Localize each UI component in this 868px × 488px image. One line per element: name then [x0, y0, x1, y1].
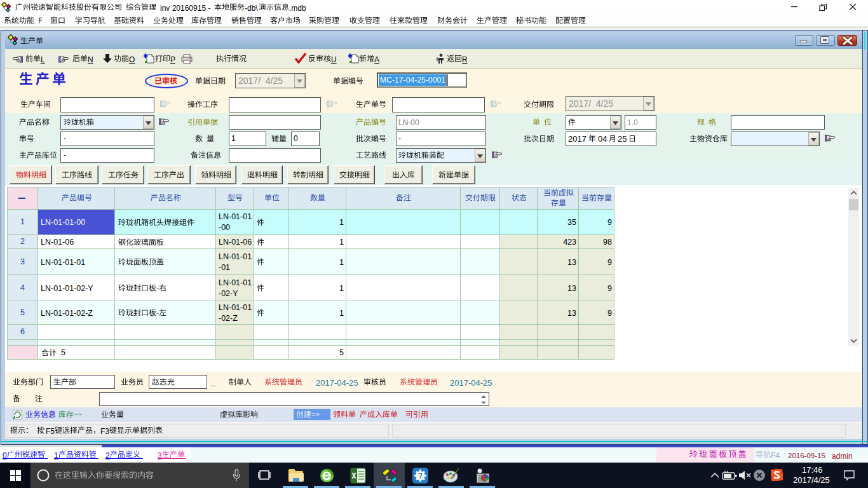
svg-text:?: ?	[418, 471, 423, 480]
